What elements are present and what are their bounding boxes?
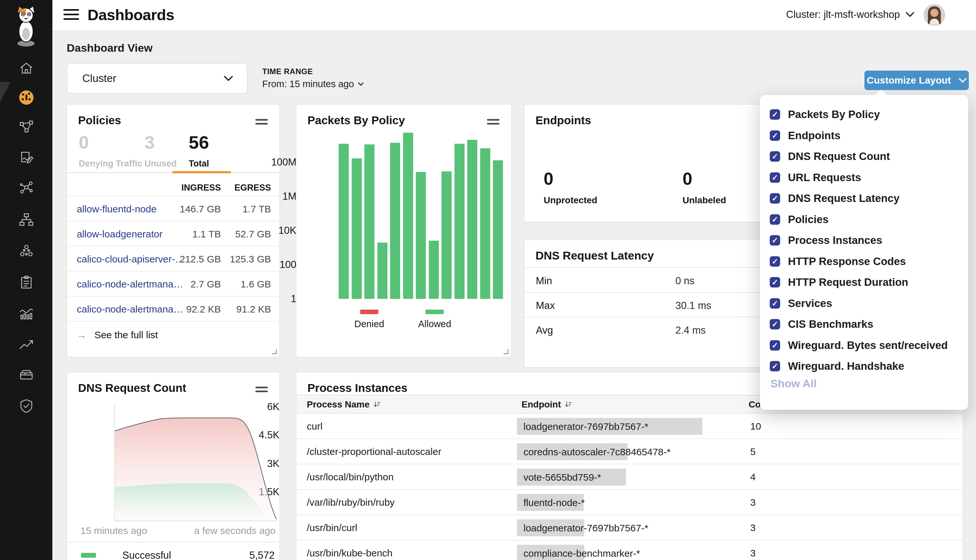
policy-link[interactable]: calico-node-alertmana… <box>77 279 183 290</box>
menu-item-policies[interactable]: ✓ Policies <box>770 209 948 230</box>
menu-item-url-requests[interactable]: ✓ URL Requests <box>770 167 948 188</box>
endpoints-stat-unprotected[interactable]: 0 Unprotected <box>544 170 597 205</box>
trends-icon <box>19 337 34 352</box>
menu-item-http-request-duration[interactable]: ✓ HTTP Request Duration <box>770 272 948 293</box>
checkbox-checked-icon[interactable]: ✓ <box>770 109 780 120</box>
legend-item-allowed[interactable]: Allowed <box>409 310 460 330</box>
customize-layout-label: Customize Layout <box>867 75 951 86</box>
sidebar-item-hierarchy[interactable] <box>0 210 52 228</box>
legend-label: Denied <box>343 319 395 330</box>
see-full-list-link[interactable]: See the full list <box>94 330 158 340</box>
legend-item-denied[interactable]: Denied <box>343 310 395 330</box>
process-name: /cluster-proportional-autoscaler <box>307 446 442 457</box>
calico-cat-logo[interactable] <box>10 5 42 47</box>
sidebar-item-policy-recommendations[interactable] <box>0 148 52 167</box>
drag-handle-icon[interactable] <box>487 119 499 127</box>
sidebar-item-trends[interactable] <box>0 336 52 354</box>
menu-item-cis-benchmarks[interactable]: ✓ CIS Benchmarks <box>770 314 948 335</box>
latency-metric-value: 2.4 ms <box>676 325 706 336</box>
dns-count-legend-row[interactable]: Successful 5,572 <box>67 542 279 560</box>
dashboard-view-value: Cluster <box>82 72 117 85</box>
checkbox-checked-icon[interactable]: ✓ <box>770 340 780 350</box>
policies-stat-unused[interactable]: 3 Unused <box>144 133 177 169</box>
latency-metric-value: 0 ns <box>676 275 694 287</box>
checkbox-checked-icon[interactable]: ✓ <box>770 172 780 183</box>
sidebar-item-threat-defense[interactable] <box>0 397 52 415</box>
checkbox-checked-icon[interactable]: ✓ <box>770 214 780 225</box>
sidebar-item-activity-stats[interactable] <box>0 305 52 323</box>
resize-handle[interactable] <box>272 349 277 354</box>
column-header-process-name[interactable]: Process Name <box>307 399 380 410</box>
menu-item-wireguard-bytes[interactable]: ✓ Wireguard. Bytes sent/received <box>770 335 948 356</box>
endpoints-stat-unlabeled[interactable]: 0 Unlabeled <box>682 170 726 205</box>
column-label: Process Name <box>307 399 370 410</box>
allowed-bar <box>480 148 490 299</box>
sidebar-item-network-sets[interactable] <box>0 179 52 197</box>
endpoint-chip: fluentd-node-* <box>517 494 584 511</box>
checkbox-checked-icon[interactable]: ✓ <box>770 256 780 267</box>
checkbox-checked-icon[interactable]: ✓ <box>770 193 780 203</box>
chevron-down-icon <box>224 75 233 81</box>
policies-stat-denying[interactable]: 0 Denying Traffic <box>79 133 142 169</box>
menu-item-process-instances[interactable]: ✓ Process Instances <box>770 230 948 251</box>
policies-stat-total[interactable]: 56 Total <box>189 133 209 169</box>
menu-item-packets-by-policy[interactable]: ✓ Packets By Policy <box>770 104 948 125</box>
show-all-link[interactable]: Show All <box>771 377 817 390</box>
menu-item-label: HTTP Response Codes <box>788 255 906 268</box>
chevron-down-icon <box>959 78 966 83</box>
dashboard-view-select[interactable]: Cluster <box>67 63 248 94</box>
column-header-endpoint[interactable]: Endpoint <box>522 399 572 410</box>
table-row: /var/lib/ruby/bin/ruby fluentd-node-* 3 <box>296 490 963 515</box>
policy-link[interactable]: calico-node-alertmana… <box>77 304 183 315</box>
user-avatar[interactable] <box>924 4 945 26</box>
cluster-selector[interactable]: Cluster: jlt-msft-workshop <box>786 9 914 20</box>
menu-item-label: Process Instances <box>788 234 882 247</box>
customize-layout-button[interactable]: Customize Layout <box>864 70 969 90</box>
allowed-bar <box>339 144 349 299</box>
stat-label: Unused <box>144 159 177 169</box>
checkbox-checked-icon[interactable]: ✓ <box>770 361 780 372</box>
ingress-value: 1.1 TB <box>192 228 221 240</box>
time-range-control[interactable]: TIME RANGE From: 15 minutes ago <box>262 67 364 90</box>
count-value: 4 <box>750 472 756 483</box>
sidebar-item-home[interactable] <box>0 59 52 77</box>
checkbox-checked-icon[interactable]: ✓ <box>770 298 780 308</box>
sidebar-item-compliance[interactable] <box>0 273 52 292</box>
checkbox-checked-icon[interactable]: ✓ <box>770 319 780 330</box>
endpoint-value: loadgenerator-7697bb7567-* <box>517 418 702 432</box>
menu-item-http-response-codes[interactable]: ✓ HTTP Response Codes <box>770 251 948 272</box>
menu-item-wireguard-handshake[interactable]: ✓ Wireguard. Handshake <box>770 356 948 377</box>
hamburger-menu-icon[interactable] <box>63 9 79 22</box>
table-row: allow-fluentd-node 146.7 GB 1.7 TB <box>67 196 279 221</box>
allowed-bar <box>390 143 400 299</box>
drag-handle-icon[interactable] <box>255 387 268 395</box>
drag-handle-icon[interactable] <box>255 119 268 127</box>
sidebar-item-dashboards[interactable] <box>0 88 52 107</box>
policy-link[interactable]: allow-fluentd-node <box>77 203 157 215</box>
count-value: 10 <box>750 421 761 432</box>
sidebar-item-service-graph[interactable] <box>0 118 52 136</box>
menu-item-dns-request-count[interactable]: ✓ DNS Request Count <box>770 146 948 167</box>
packets-card-title: Packets By Policy <box>307 114 405 127</box>
activity-stats-icon <box>19 306 34 321</box>
checkbox-checked-icon[interactable]: ✓ <box>770 130 780 141</box>
checkbox-checked-icon[interactable]: ✓ <box>770 235 780 245</box>
menu-item-dns-request-latency[interactable]: ✓ DNS Request Latency <box>770 188 948 209</box>
policies-table-header: INGRESS EGRESS <box>67 183 279 196</box>
sidebar-item-releases[interactable] <box>0 365 52 384</box>
policies-card-title: Policies <box>78 114 121 127</box>
checkbox-checked-icon[interactable]: ✓ <box>770 151 780 162</box>
x-axis-line <box>114 521 277 521</box>
checkbox-checked-icon[interactable]: ✓ <box>770 277 780 287</box>
menu-item-services[interactable]: ✓ Services <box>770 293 948 314</box>
sidebar-item-namespaces[interactable] <box>0 242 52 260</box>
menu-item-endpoints[interactable]: ✓ Endpoints <box>770 125 948 146</box>
dashboard-gauge-icon <box>19 90 34 105</box>
endpoint-value: compliance-benchmarker-* <box>517 545 584 559</box>
see-full-list-row: → See the full list <box>67 321 279 340</box>
endpoint-value: fluentd-node-* <box>517 494 584 508</box>
resize-handle[interactable] <box>504 349 509 354</box>
policy-link[interactable]: calico-cloud-apiserver-… <box>77 254 185 265</box>
policy-link[interactable]: allow-loadgenerator <box>77 228 163 240</box>
table-row: curl loadgenerator-7697bb7567-* 10 <box>296 414 963 439</box>
